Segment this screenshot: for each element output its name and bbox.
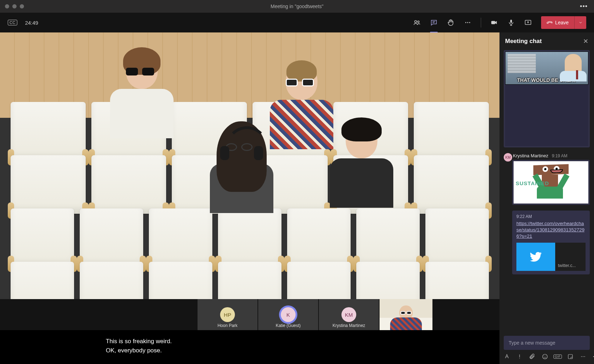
roster-tile[interactable]: KM Krystina Martinez [319,299,379,330]
avatar: HP [220,307,235,322]
svg-point-0 [414,20,417,23]
chat-icon[interactable] [430,19,438,26]
message-timestamp: 9:19 AM [552,153,567,158]
svg-point-18 [584,356,585,357]
leave-button[interactable]: Leave [541,16,586,29]
svg-point-4 [465,22,466,23]
roster-name: Krystina Martinez [333,323,365,328]
more-actions-icon[interactable] [464,19,472,26]
svg-point-5 [467,22,468,23]
link-preview-card[interactable]: twitter.c... [516,243,586,271]
camera-icon[interactable] [490,19,498,26]
share-screen-icon[interactable] [524,19,532,26]
participant-video-3[interactable] [210,128,273,213]
captions-toggle[interactable]: CC [8,20,17,25]
leave-button-label: Leave [555,20,569,25]
chat-panel: Meeting chat ✕ THAT WOULD BE GREAT KM Kr… [499,32,594,364]
window-titlebar: Meeting in "goodtweets" ••• [0,0,594,13]
message-link[interactable]: https://twitter.com/overheardchase/statu… [516,221,584,239]
self-video-thumbnail[interactable] [380,299,432,330]
caption-line: OK, everybody pose. [106,347,394,354]
chat-message[interactable]: THAT WOULD BE GREAT [504,50,590,147]
roster-tile[interactable]: K Katie (Guest) [258,299,318,330]
svg-rect-15 [568,354,572,359]
video-stage[interactable] [0,32,499,299]
meeting-left-column: HP Hoon Park K Katie (Guest) KM Krystina… [0,32,499,364]
svg-point-6 [469,22,470,23]
sticker-icon[interactable] [567,353,574,360]
svg-point-16 [581,356,582,357]
raise-hand-icon[interactable] [447,19,455,26]
compose-more-icon[interactable] [580,353,586,360]
svg-point-17 [583,356,583,357]
avatar: KM [504,153,512,162]
participant-video-2[interactable] [270,65,333,149]
chat-header: Meeting chat ✕ [499,32,594,50]
close-icon[interactable]: ✕ [583,37,588,45]
titlebar-more-icon[interactable]: ••• [580,3,588,10]
microphone-icon[interactable] [507,19,515,26]
roster-name: Hoon Park [218,323,238,328]
chevron-down-icon [578,20,583,25]
svg-point-13 [544,356,545,357]
participant-video-1[interactable] [110,54,174,138]
svg-rect-7 [491,21,495,24]
chat-messages[interactable]: THAT WOULD BE GREAT KM Krystina Martinez… [499,50,594,332]
chat-message[interactable]: 9:22 AM https://twitter.com/overheardcha… [512,211,590,274]
chat-image-attachment[interactable]: SUSTAINED [512,160,590,205]
meeting-timer: 24:49 [25,20,38,26]
message-input[interactable] [504,336,590,350]
hangup-icon [546,19,554,27]
attach-icon[interactable] [529,353,535,360]
send-icon[interactable] [593,353,594,360]
avatar: KM [341,307,356,322]
sticker-text: SUSTAINED [516,180,549,186]
meeting-toolbar: CC 24:49 Leave [0,13,594,32]
leave-button-main[interactable]: Leave [541,20,574,25]
message-sender: Krystina Martinez [513,153,548,158]
participant-video-4[interactable] [330,123,393,208]
format-icon[interactable] [504,353,510,360]
live-captions: This is so freaking weird. OK, everybody… [0,330,499,364]
participants-icon[interactable] [413,19,421,26]
meeting-content: HP Hoon Park K Katie (Guest) KM Krystina… [0,32,594,364]
svg-rect-8 [510,20,512,23]
participant-roster: HP Hoon Park K Katie (Guest) KM Krystina… [0,299,499,330]
caption-line: This is so freaking weird. [106,338,394,345]
chat-link-bubble[interactable]: 9:22 AM https://twitter.com/overheardcha… [512,211,590,274]
twitter-logo-icon [516,243,555,271]
emoji-icon[interactable] [542,353,548,360]
chat-image-attachment[interactable]: THAT WOULD BE GREAT [504,50,590,147]
window-title: Meeting in "goodtweets" [0,4,594,9]
chat-title: Meeting chat [505,38,542,45]
svg-point-12 [543,354,547,359]
compose-toolbar: GIF [504,353,590,360]
avatar: K [281,307,296,322]
message-timestamp: 9:22 AM [516,214,586,219]
gif-icon[interactable]: GIF [554,353,561,360]
svg-point-1 [418,21,419,23]
link-preview-domain: twitter.c... [555,243,586,271]
chat-compose: GIF [499,332,594,364]
svg-point-14 [546,356,546,357]
leave-dropdown[interactable] [574,16,586,29]
chat-message[interactable]: KM Krystina Martinez 9:19 AM SUSTAINED [512,153,590,205]
roster-name: Katie (Guest) [276,323,301,328]
svg-point-11 [519,358,520,359]
priority-icon[interactable] [516,353,523,360]
toolbar-divider [481,18,481,28]
roster-tile[interactable]: HP Hoon Park [198,299,257,330]
